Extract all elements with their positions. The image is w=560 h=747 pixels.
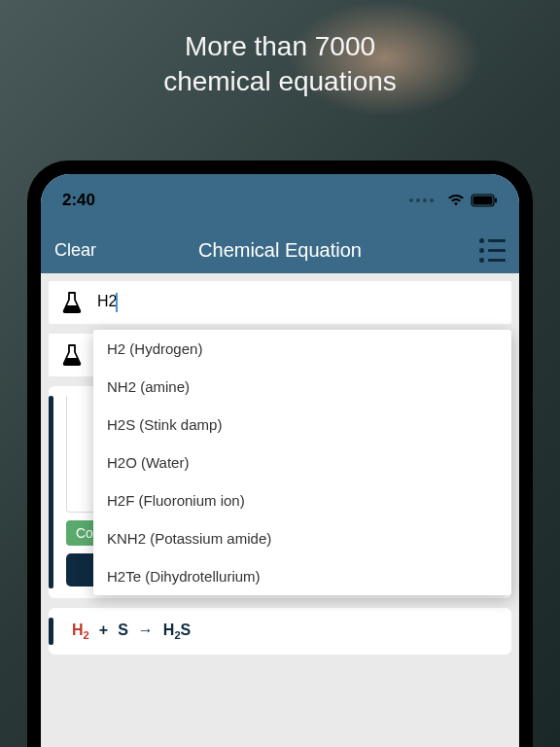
search-input[interactable]: H2 bbox=[97, 293, 118, 312]
card-accent-stripe bbox=[49, 396, 53, 588]
equation-text: H2 + S → H2S bbox=[72, 622, 191, 641]
tablet-screen: 2:40 Clear Chemical Equation bbox=[41, 174, 519, 747]
suggestion-item[interactable]: H2F (Fluoronium ion) bbox=[93, 481, 511, 519]
plus-symbol: + bbox=[99, 622, 108, 639]
suggestion-item[interactable]: H2O (Water) bbox=[93, 444, 511, 481]
flask-icon bbox=[60, 343, 84, 367]
arrow-symbol: → bbox=[138, 622, 154, 639]
page-title: Chemical Equation bbox=[198, 239, 362, 262]
suggestion-item[interactable]: NH2 (amine) bbox=[93, 368, 511, 406]
suggestion-item[interactable]: H2 (Hydrogen) bbox=[93, 330, 511, 368]
battery-icon bbox=[471, 194, 498, 207]
svg-rect-1 bbox=[473, 196, 493, 205]
status-bar: 2:40 bbox=[41, 174, 519, 227]
status-time: 2:40 bbox=[62, 191, 95, 210]
card-accent-stripe bbox=[49, 618, 53, 645]
svg-rect-2 bbox=[495, 198, 497, 203]
promo-line-2: chemical equations bbox=[0, 64, 560, 99]
equation-card[interactable]: H2 + S → H2S bbox=[49, 608, 511, 655]
navigation-bar: Clear Chemical Equation bbox=[41, 227, 519, 273]
content-area: H2 H2 (Hydrogen) NH2 (amine) H2S (Stink … bbox=[41, 273, 519, 747]
menu-button[interactable] bbox=[479, 238, 506, 263]
tablet-frame: 2:40 Clear Chemical Equation bbox=[27, 160, 533, 747]
cellular-dots bbox=[409, 198, 434, 202]
clear-button[interactable]: Clear bbox=[54, 240, 96, 261]
search-row-reactant[interactable]: H2 bbox=[49, 281, 511, 324]
wifi-icon bbox=[447, 194, 465, 207]
reactant-s: S bbox=[118, 622, 128, 639]
reactant-h2: H2 bbox=[72, 622, 89, 641]
suggestion-item[interactable]: KNH2 (Potassium amide) bbox=[93, 519, 511, 557]
flask-icon bbox=[60, 291, 84, 314]
promo-headline: More than 7000 chemical equations bbox=[0, 29, 560, 100]
promo-line-1: More than 7000 bbox=[0, 29, 560, 64]
suggestion-item[interactable]: H2Te (Dihydrotellurium) bbox=[93, 557, 511, 595]
product-h2s: H2S bbox=[163, 622, 191, 641]
status-indicators bbox=[409, 194, 498, 207]
suggestion-item[interactable]: H2S (Stink damp) bbox=[93, 406, 511, 444]
autocomplete-dropdown: H2 (Hydrogen) NH2 (amine) H2S (Stink dam… bbox=[93, 330, 511, 595]
